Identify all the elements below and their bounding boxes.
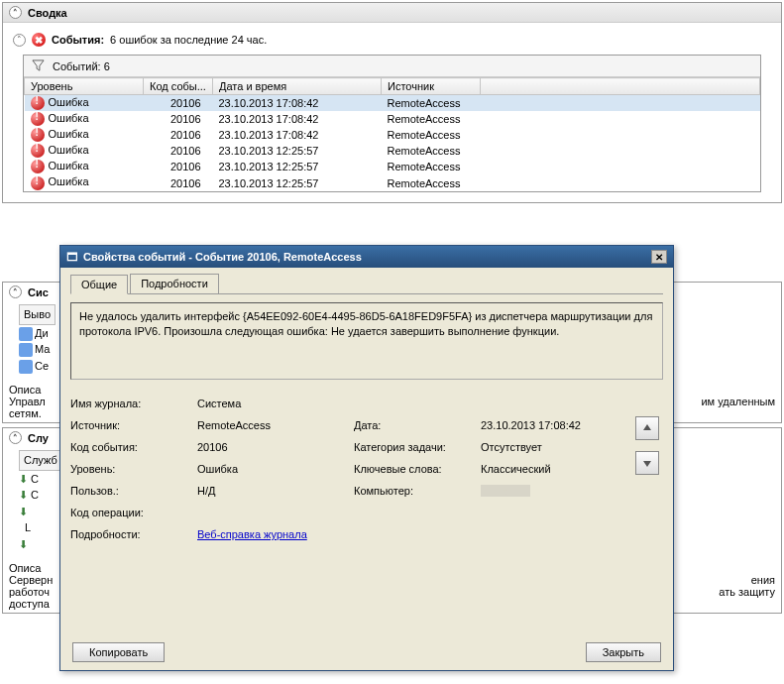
summary-panel: ˄ Сводка ˄ ✖ События: 6 ошибок за послед… [2, 2, 782, 203]
tab-details[interactable]: Подробности [130, 274, 219, 293]
copy-button[interactable]: Копировать [72, 642, 165, 662]
label-date: Дата: [354, 419, 473, 431]
error-icon: ✖ [32, 33, 46, 47]
value-keywords: Классический [481, 463, 629, 475]
funnel-icon[interactable] [32, 59, 45, 72]
filter-count: Событий: 6 [53, 60, 110, 72]
label-details: Подробности: [70, 528, 189, 540]
help-link[interactable]: Веб-справка журнала [197, 528, 346, 540]
error-icon [31, 176, 45, 190]
col-code[interactable]: Код собы... [144, 78, 213, 95]
label-computer: Компьютер: [354, 485, 473, 497]
events-label: События: [52, 34, 104, 46]
table-row[interactable]: Ошибка2010623.10.2013 17:08:42RemoteAcce… [25, 95, 760, 112]
collapse-icon[interactable]: ˄ [9, 6, 22, 19]
dialog-footer: Копировать Закрыть [60, 634, 673, 670]
dialog-titlebar[interactable]: 🗔 Свойства событий - Событие 20106, Remo… [60, 246, 673, 268]
label-source: Источник: [70, 419, 189, 431]
value-source: RemoteAccess [197, 419, 346, 431]
error-icon [31, 144, 45, 158]
table-row[interactable]: Ошибка2010623.10.2013 12:25:57RemoteAcce… [25, 159, 760, 174]
label-log: Имя журнала: [70, 398, 189, 409]
label-opcode: Код операции: [70, 507, 189, 518]
tab-strip: Общие Подробности [70, 274, 663, 294]
label-eventid: Код события: [70, 441, 189, 453]
events-list: Событий: 6 Уровень Код собы... Дата и вр… [23, 55, 761, 192]
table-header-row: Уровень Код собы... Дата и время Источни… [25, 78, 760, 95]
label-keywords: Ключевые слова: [354, 463, 473, 475]
prev-event-button[interactable] [635, 416, 659, 440]
app-icon [19, 327, 33, 341]
error-icon [31, 112, 45, 126]
value-eventid: 20106 [197, 441, 346, 453]
table-row[interactable]: Ошибка2010623.10.2013 17:08:42RemoteAcce… [25, 127, 760, 143]
error-icon [31, 128, 45, 142]
close-dialog-button[interactable]: Закрыть [586, 642, 661, 662]
dialog-title-text: Свойства событий - Событие 20106, Remote… [83, 251, 362, 263]
tab-general[interactable]: Общие [70, 275, 128, 294]
event-message: Не удалось удалить интерфейс {A54EE092-6… [70, 302, 663, 380]
collapse-icon[interactable]: ˄ [9, 285, 22, 298]
next-event-button[interactable] [635, 451, 659, 475]
events-summary-row: ˄ ✖ События: 6 ошибок за последние 24 ча… [13, 29, 771, 51]
filter-row: Событий: 6 [24, 56, 760, 77]
col-datetime[interactable]: Дата и время [213, 78, 382, 95]
value-opcode [197, 507, 346, 518]
table-row[interactable]: Ошибка2010623.10.2013 12:25:57RemoteAcce… [25, 143, 760, 159]
value-taskcat: Отсутствует [481, 441, 629, 453]
value-computer: x [481, 485, 629, 497]
close-button[interactable]: ✕ [651, 250, 667, 264]
col-level[interactable]: Уровень [25, 78, 144, 95]
events-summary-text: 6 ошибок за последние 24 час. [110, 34, 267, 46]
properties-grid: Имя журнала: Система Источник: RemoteAcc… [70, 398, 663, 540]
collapse-icon[interactable]: ˄ [13, 34, 26, 47]
label-level: Уровень: [70, 463, 189, 475]
value-level: Ошибка [197, 463, 346, 475]
dialog-icon: 🗔 [66, 251, 77, 263]
col-source[interactable]: Источник [382, 78, 481, 95]
event-properties-dialog: 🗔 Свойства событий - Событие 20106, Remo… [59, 245, 674, 671]
error-icon [31, 96, 45, 110]
error-icon [31, 160, 45, 173]
summary-title: Сводка [28, 7, 67, 19]
label-user: Пользов.: [70, 485, 189, 497]
events-table: Уровень Код собы... Дата и время Источни… [24, 77, 760, 191]
app-icon [19, 343, 33, 357]
value-user: Н/Д [197, 485, 346, 497]
label-taskcat: Категория задачи: [354, 441, 473, 453]
summary-header: ˄ Сводка [3, 3, 781, 23]
collapse-icon[interactable]: ˄ [9, 431, 22, 444]
app-icon [19, 360, 33, 374]
col-spacer [481, 78, 760, 95]
value-date: 23.10.2013 17:08:42 [481, 419, 629, 431]
value-log: Система [197, 398, 346, 409]
table-row[interactable]: Ошибка2010623.10.2013 12:25:57RemoteAcce… [25, 174, 760, 190]
table-row[interactable]: Ошибка2010623.10.2013 17:08:42RemoteAcce… [25, 111, 760, 127]
